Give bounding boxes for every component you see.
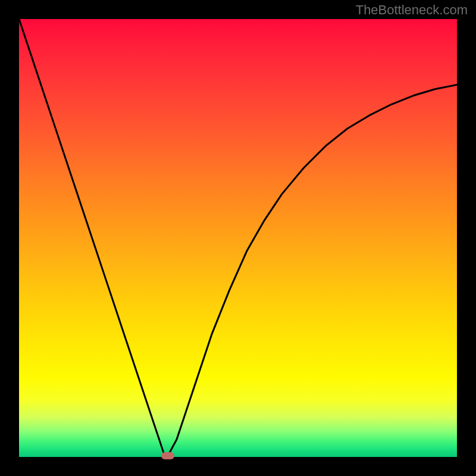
optimal-point-marker	[161, 452, 174, 459]
bottleneck-curve	[19, 19, 457, 457]
chart-frame: TheBottleneck.com	[0, 0, 476, 476]
watermark-text: TheBottleneck.com	[356, 2, 468, 18]
plot-area	[19, 19, 457, 457]
